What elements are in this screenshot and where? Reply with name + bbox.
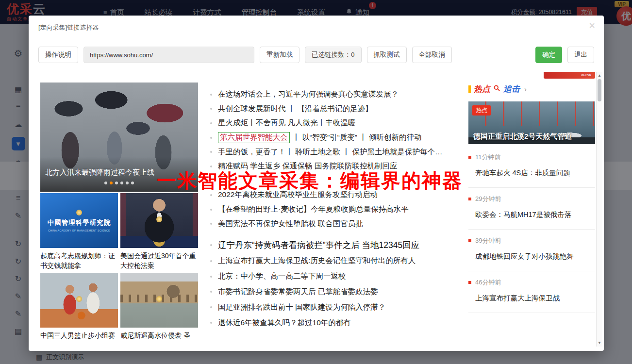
headline-item[interactable]: 第六届世界智能大会 丨 以“智变”引“质变” 丨 倾听创新的律动 <box>210 131 472 145</box>
headline-item[interactable]: 国足亚洲排名跌出前十 国家队建设为何陷入停滞？ <box>210 299 472 315</box>
help-button[interactable]: 操作说明 <box>38 47 78 63</box>
headline-text: 北京：中小学、高一高二等下周一返校 <box>218 271 346 281</box>
hot-item-time: 39分钟前 <box>475 236 501 245</box>
hot-topics-header[interactable]: 热点 追击 › <box>468 83 595 95</box>
emblem-icon <box>76 296 82 302</box>
headline-text: 在这场对话会上，习近平为何强调要真心实意谋发展？ <box>218 89 399 99</box>
hot-news-list: 11分钟前 奔驰车起火 4S店：非质量问题 29分钟前 欧委会：马航MH17是被… <box>468 146 595 313</box>
headline-text: 2022年离校未就业高校毕业生服务攻坚行动启动 <box>218 190 378 200</box>
red-square-icon <box>468 281 471 284</box>
bullet-icon <box>210 244 212 246</box>
accent-bar <box>468 85 471 93</box>
headline-item[interactable]: 共创全球发展新时代 丨 【沿着总书记的足迹】 <box>210 102 472 116</box>
hot-news-item[interactable]: 11分钟前 奔驰车起火 4S店：非质量问题 <box>468 146 595 188</box>
bullet-icon <box>210 322 212 324</box>
news-card[interactable]: 中國管理科學研究院 CHINA ACADEMY OF MANAGEMENT SC… <box>40 193 118 270</box>
headline-item[interactable]: 北京：中小学、高一高二等下周一返校 <box>210 269 472 284</box>
hot-news-item[interactable]: 46分钟前 上海宣布打赢大上海保卫战 <box>468 271 595 313</box>
bullet-icon <box>210 151 212 153</box>
headline-text: 市委书记跻身省委常委两天后 已掌舵省委政法委 <box>218 287 378 297</box>
hot-image-caption: 德国正重启北溪2号天然气管道 <box>473 132 592 141</box>
photo-card-grid: 中國管理科學研究院 CHINA ACADEMY OF MANAGEMENT SC… <box>40 193 198 347</box>
watermark-text: 一米智能文章采集：编辑界的神器 <box>157 171 463 190</box>
hot-title-blue: 追击 <box>503 83 520 95</box>
exit-button[interactable]: 退出 <box>567 47 594 63</box>
carousel-dot[interactable] <box>115 182 118 184</box>
hot-title-red: 热点 <box>474 83 490 95</box>
headline-text: 星火成炬丨不舍再见 凡人微光丨丰收温暖 <box>218 118 355 128</box>
hot-news-item[interactable]: 29分钟前 欧委会：马航MH17是被俄击落 <box>468 188 595 230</box>
scroll-down-icon[interactable]: ▼ <box>597 341 602 345</box>
carousel-dot[interactable] <box>131 182 134 184</box>
red-square-icon <box>468 198 471 200</box>
scrollbar-thumb[interactable] <box>598 79 601 101</box>
carousel-dot[interactable] <box>110 182 113 184</box>
carousel-dot[interactable] <box>120 182 123 184</box>
headline-text: 【在希望的田野上·麦收记】今年夏粮收购总量保持高水平 <box>218 204 409 215</box>
confirm-button[interactable]: 确定 <box>535 47 562 63</box>
hot-news-item[interactable]: 39分钟前 成都地铁回应女子对小孩跳艳舞 <box>468 230 595 271</box>
bullet-icon <box>210 209 212 211</box>
carousel-dot[interactable] <box>126 182 129 184</box>
reload-button[interactable]: 重新加载 <box>260 47 299 63</box>
headline-item[interactable]: 退休近6年被查算久吗？超过10年的都有 <box>210 315 472 331</box>
headline-text-after: 丨 以“智变”引“质变” 丨 倾听创新的律动 <box>293 132 422 143</box>
headline-item[interactable]: 星火成炬丨不舍再见 凡人微光丨丰收温暖 <box>210 116 472 131</box>
news-card[interactable]: 威尼斯遇高水位侵袭 圣 <box>120 273 198 347</box>
headline-item[interactable]: 市委书记跻身省委常委两天后 已掌舵省委政法委 <box>210 284 472 300</box>
news-card-image <box>120 273 198 328</box>
bullet-icon <box>210 108 212 110</box>
news-card-image: 中國管理科學研究院 CHINA ACADEMY OF MANAGEMENT SC… <box>40 193 118 248</box>
emblem-icon <box>156 216 162 222</box>
screen: 优采云 自动文章采集器 ≡ 首页 站长必读 计费方式 管理控制台 系统设置 <box>0 0 632 364</box>
headline-text: 手里的饭，更香了！丨 聆听土地之歌 丨 保护黑土地就是保护每个… <box>218 147 442 157</box>
news-card[interactable]: 中国三人男篮止步小组赛 <box>40 273 118 347</box>
hot-item-title: 奔驰车起火 4S店：非质量问题 <box>475 168 595 178</box>
bullet-icon <box>210 223 212 225</box>
hot-badge: 热点 <box>472 105 491 116</box>
promo-banner[interactable]: xuexi <box>544 72 595 79</box>
headline-item[interactable]: 在这场对话会上，习近平为何强调要真心实意谋发展？ <box>210 87 472 102</box>
hot-topics-column: 热点 追击 › 热点 德国正重启北溪2号天然气管道 <box>468 83 595 313</box>
hot-item-title: 上海宣布打赢大上海保卫战 <box>475 294 595 303</box>
hot-news-image[interactable]: 热点 德国正重启北溪2号天然气管道 <box>468 101 595 144</box>
selected-count: 已选链接数：0 <box>305 47 362 63</box>
cancel-all-button[interactable]: 全部取消 <box>412 47 452 63</box>
headline-text: 国足亚洲排名跌出前十 国家队建设为何陷入停滞？ <box>218 302 385 313</box>
headline-text: 退休近6年被查算久吗？超过10年的都有 <box>218 318 351 328</box>
bullet-icon <box>210 165 212 167</box>
headline-item[interactable]: 上海宣布打赢大上海保卫战:历史会记住坚守和付出的所有人 <box>210 253 472 269</box>
url-input[interactable] <box>83 47 254 63</box>
headline-item[interactable]: 美国宪法不再保护女性堕胎权 联合国官员批 <box>210 216 472 231</box>
scroll-up-icon[interactable]: ▲ <box>597 73 602 78</box>
hot-time-row: 29分钟前 <box>468 195 595 203</box>
hot-item-time: 11分钟前 <box>475 153 501 162</box>
headline-item[interactable]: 【在希望的田野上·麦收记】今年夏粮收购总量保持高水平 <box>210 202 472 217</box>
news-card-caption: 中国三人男篮止步小组赛 <box>40 328 118 347</box>
bullet-icon <box>210 122 212 124</box>
page-preview: xuexi 北方入汛来最强降雨过程今夜上线 在这场对话会上，习近平为何强调要真心… <box>38 72 602 347</box>
close-icon[interactable]: × <box>589 20 595 31</box>
carousel-dot[interactable] <box>104 182 107 184</box>
bullet-icon <box>210 276 212 278</box>
chevron-right-icon: › <box>524 85 527 93</box>
news-card-image <box>120 193 198 248</box>
image-title-text: 中國管理科學研究院 <box>48 218 111 227</box>
hot-time-row: 11分钟前 <box>468 153 595 162</box>
emblem-icon <box>76 210 82 215</box>
news-card-caption: 美国会通过近30年首个重大控枪法案 <box>120 248 198 270</box>
bullet-icon <box>210 194 212 196</box>
red-square-icon <box>468 156 471 159</box>
grab-test-button[interactable]: 抓取测试 <box>367 47 407 63</box>
scrollbar[interactable]: ▲ ▼ <box>596 72 602 347</box>
news-card-image <box>40 273 118 328</box>
bullet-icon <box>210 306 212 308</box>
news-card-caption: 起底高考志愿规划师：证书交钱就能拿 <box>40 248 118 270</box>
hot-item-time: 46分钟前 <box>475 278 501 287</box>
bullet-icon <box>210 260 212 262</box>
hot-item-title: 欧委会：马航MH17是被俄击落 <box>475 210 595 219</box>
headline-item[interactable]: 手里的饭，更香了！丨 聆听土地之歌 丨 保护黑土地就是保护每个… <box>210 145 472 159</box>
headline-item[interactable]: 辽宁丹东“持黄码者看病被拦”事件之后 当地12345回应 <box>210 237 472 253</box>
news-card[interactable]: 美国会通过近30年首个重大控枪法案 <box>120 193 198 270</box>
bullet-icon <box>210 94 212 96</box>
